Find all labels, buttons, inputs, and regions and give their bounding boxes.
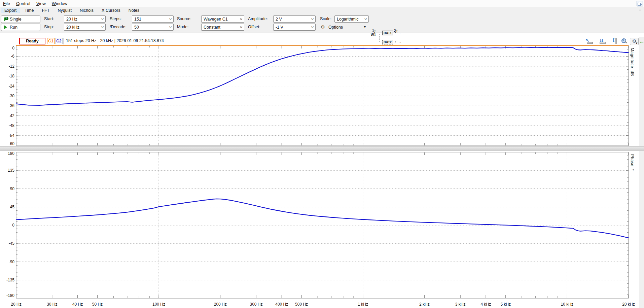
magnifier-handle	[625, 41, 627, 43]
x-tick-label: 4 kHz	[481, 302, 491, 307]
x-tick-label: 2 kHz	[419, 302, 430, 307]
single-badge: 1	[5, 17, 8, 20]
menu-window[interactable]: Window	[49, 0, 70, 7]
tab-nichols[interactable]: Nichols	[76, 8, 97, 13]
source-select[interactable]: Wavegen C1 ∨	[201, 15, 244, 23]
caret-down-icon: ▼	[635, 42, 638, 45]
steps-label: Steps:	[110, 15, 121, 23]
phase-ytick-label: -180	[6, 293, 14, 298]
run-button[interactable]: Run	[1, 24, 40, 31]
x-tick-label: 500 Hz	[295, 302, 308, 307]
zoom-button[interactable]	[621, 38, 630, 44]
x-tick-label: 10 kHz	[561, 302, 573, 307]
status-badge: Ready	[19, 38, 45, 44]
mag-ytick-label: -54	[9, 133, 15, 138]
phase-ytick-label: 45	[10, 205, 15, 209]
menubar: FileControlViewWindow	[0, 0, 644, 7]
menu-view[interactable]: View	[33, 0, 49, 7]
options-button[interactable]: ⚙ Options	[321, 24, 343, 31]
chevron-down-icon: ∨	[101, 17, 104, 21]
magnifier-wheel	[622, 39, 624, 41]
x-tick-label: 20 kHz	[622, 302, 635, 307]
plot-settings-button[interactable]: ⚙ ▼	[630, 38, 639, 45]
source-label: Source:	[177, 15, 191, 23]
divider	[63, 38, 64, 44]
offset-select[interactable]: -1 V ∨	[273, 24, 316, 31]
tab-items: ExportTimeFFTNyquistNicholsX CursorsNote…	[0, 8, 144, 13]
status-row: Ready C1 C2 151 steps 20 Hz - 20 kHz | 2…	[0, 38, 644, 45]
bode-plot-canvas: 0-6-12-18-24-30-36-42-48-54-601801359045…	[0, 0, 644, 308]
per-decade-value: 50	[134, 25, 139, 30]
scale-select[interactable]: Logarithmic ∨	[334, 15, 369, 23]
source-value: Wavegen C1	[204, 17, 228, 22]
horizontal-cursor-button[interactable]: H	[600, 38, 608, 44]
start-value: 20 Hz	[66, 17, 77, 22]
ruler-icon	[615, 38, 617, 44]
steps-select[interactable]: 151 ∨	[132, 15, 174, 23]
mag-ytick-label: -6	[11, 54, 14, 59]
phase-ytick-label: 90	[10, 186, 15, 191]
right-panel-strip	[639, 37, 644, 308]
x-tick-label: 50 Hz	[92, 302, 103, 307]
tab-time[interactable]: Time	[21, 8, 37, 13]
w1-label: W1	[371, 33, 376, 37]
ruler-icon	[587, 42, 593, 44]
phase-ytick-label: 0	[12, 223, 14, 228]
minimize-icon[interactable]: –	[639, 7, 641, 12]
amplitude-select[interactable]: 2 V ∨	[273, 15, 316, 23]
track-cursor-button[interactable]: ↖	[585, 38, 594, 44]
scale-value: Logarithmic	[337, 17, 359, 22]
mag-ytick-label: -48	[9, 123, 15, 128]
menu-file[interactable]: File	[0, 0, 13, 7]
tab-nyquist[interactable]: Nyquist	[54, 8, 75, 13]
options-caret-icon[interactable]: ▼	[363, 24, 366, 31]
phase-ytick-label: -45	[9, 241, 15, 246]
gear-icon: ⚙	[321, 24, 325, 30]
channel-2-badge[interactable]: C2	[55, 38, 63, 44]
x-tick-label: 5 kHz	[500, 302, 511, 307]
mag-ytick-label: -12	[9, 64, 15, 69]
mode-select[interactable]: Constant ∨	[201, 24, 244, 31]
single-button[interactable]: 1 Single	[1, 15, 40, 23]
wire-node	[395, 32, 396, 33]
channel-1-badge[interactable]: C1	[47, 38, 55, 44]
stop-select[interactable]: 20 kHz ∨	[64, 24, 106, 31]
tab-x-cursors[interactable]: X Cursors	[98, 8, 124, 13]
phase-trace-c1	[16, 199, 629, 238]
stop-label: Stop:	[44, 24, 54, 31]
mode-value: Constant	[204, 25, 220, 30]
network-analyzer-window: 0-6-12-18-24-30-36-42-48-54-601801359045…	[0, 0, 644, 308]
collapse-panel-icon[interactable]: ←	[639, 38, 644, 44]
tabbar: ExportTimeFFTNyquistNicholsX CursorsNote…	[0, 7, 644, 14]
start-label: Start:	[44, 15, 54, 23]
wire	[374, 33, 382, 33]
dut1-box: DUT1	[382, 31, 393, 35]
vertical-cursor-button[interactable]: I	[612, 38, 620, 44]
plot-splitter[interactable]	[0, 146, 644, 151]
cascade-rect-front	[638, 3, 641, 6]
x-tick-label: 100 Hz	[152, 302, 165, 307]
magnitude-trace-c1	[16, 47, 629, 105]
mag-ytick-label: -24	[9, 84, 15, 89]
options-label: Options	[328, 25, 343, 30]
mag-ytick-label: -36	[9, 103, 15, 108]
chevron-down-icon: ∨	[169, 17, 172, 21]
menubar-items: FileControlViewWindow	[0, 0, 70, 7]
offset-label: Offset:	[248, 24, 260, 31]
phase-ytick-label: -135	[6, 278, 14, 282]
play-icon	[4, 25, 7, 29]
cascade-windows-icon[interactable]	[637, 1, 643, 6]
phase-axis-label: Phase °	[630, 154, 635, 171]
amplitude-label: Amplitude:	[248, 15, 268, 23]
menu-control[interactable]: Control	[13, 0, 33, 7]
chevron-down-icon: ∨	[101, 25, 104, 29]
tab-fft[interactable]: FFT	[38, 8, 53, 13]
magnitude-plot-border	[16, 45, 629, 146]
per-decade-select[interactable]: 50 ∨	[132, 24, 174, 31]
chevron-down-icon: ∨	[169, 25, 172, 29]
start-select[interactable]: 20 Hz ∨	[64, 15, 106, 23]
tab-export[interactable]: Export	[1, 8, 20, 13]
mag-ytick-label: 0	[12, 46, 14, 50]
tab-notes[interactable]: Notes	[125, 8, 143, 13]
i-cursor-icon: I	[613, 38, 614, 43]
